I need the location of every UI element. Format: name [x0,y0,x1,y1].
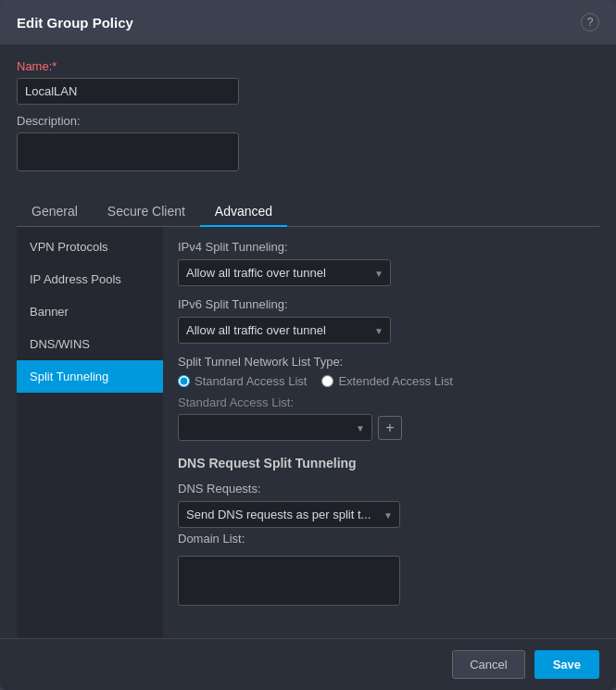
ipv6-label: IPv6 Split Tunneling: [178,297,585,311]
radio-standard-option[interactable]: Standard Access List [178,374,307,388]
ipv4-select-wrapper: Allow all traffic over tunnel Exclude Ne… [178,259,391,286]
tab-advanced[interactable]: Advanced [200,196,287,226]
name-field-group: Name:* [17,59,599,105]
tabs-bar: General Secure Client Advanced [17,196,599,227]
radio-extended-option[interactable]: Extended Access List [321,374,453,388]
access-list-select[interactable] [178,414,372,441]
sidebar-item-vpn-protocols[interactable]: VPN Protocols [17,231,163,263]
radio-row: Standard Access List Extended Access Lis… [178,374,585,388]
sidebar-item-dns-wins[interactable]: DNS/WINS [17,328,163,360]
ipv4-label: IPv4 Split Tunneling: [178,240,585,254]
dialog-footer: Cancel Save [0,638,616,690]
standard-access-list-label: Standard Access List: [178,395,585,409]
radio-standard-input[interactable] [178,375,190,387]
radio-extended-input[interactable] [321,375,333,387]
name-label: Name:* [17,59,599,73]
access-list-row: ▼ + [178,414,585,441]
name-input[interactable] [17,78,239,105]
sidebar-item-banner[interactable]: Banner [17,295,163,328]
dns-requests-select-wrapper: Send DNS requests as per split t... Send… [178,501,400,528]
add-access-list-button[interactable]: + [378,416,402,440]
sidebar-item-split-tunneling[interactable]: Split Tunneling [17,360,163,393]
ipv6-select-wrapper: Allow all traffic over tunnel Exclude Ne… [178,317,391,344]
dialog-title: Edit Group Policy [17,15,133,31]
tab-general[interactable]: General [17,196,93,226]
dns-requests-select[interactable]: Send DNS requests as per split t... Send… [178,501,400,528]
tab-secure-client[interactable]: Secure Client [93,196,200,226]
domain-list-textarea[interactable] [178,556,400,606]
dns-requests-label: DNS Requests: [178,482,585,496]
description-input[interactable] [17,132,239,171]
dns-section-title: DNS Request Split Tunneling [178,456,585,470]
radio-extended-label: Extended Access List [338,374,453,388]
dialog-header: Edit Group Policy ? [0,0,616,44]
sidebar: VPN Protocols IP Address Pools Banner DN… [17,227,163,638]
cancel-button[interactable]: Cancel [452,650,524,679]
access-list-select-wrapper: ▼ [178,414,372,441]
ipv4-select[interactable]: Allow all traffic over tunnel Exclude Ne… [178,259,391,286]
split-tunnel-network-list-type-label: Split Tunnel Network List Type: [178,355,585,369]
edit-group-policy-dialog: Edit Group Policy ? Name:* Description: … [0,0,616,690]
domain-list-label: Domain List: [178,532,585,546]
description-field-group: Description: [17,114,599,174]
help-icon[interactable]: ? [581,13,599,31]
dialog-body: Name:* Description: General Secure Clien… [0,44,616,638]
sidebar-item-ip-address-pools[interactable]: IP Address Pools [17,263,163,295]
content-area: VPN Protocols IP Address Pools Banner DN… [17,227,599,638]
save-button[interactable]: Save [534,650,599,679]
radio-standard-label: Standard Access List [195,374,307,388]
main-content: IPv4 Split Tunneling: Allow all traffic … [163,227,599,638]
ipv6-select[interactable]: Allow all traffic over tunnel Exclude Ne… [178,317,391,344]
description-label: Description: [17,114,599,128]
